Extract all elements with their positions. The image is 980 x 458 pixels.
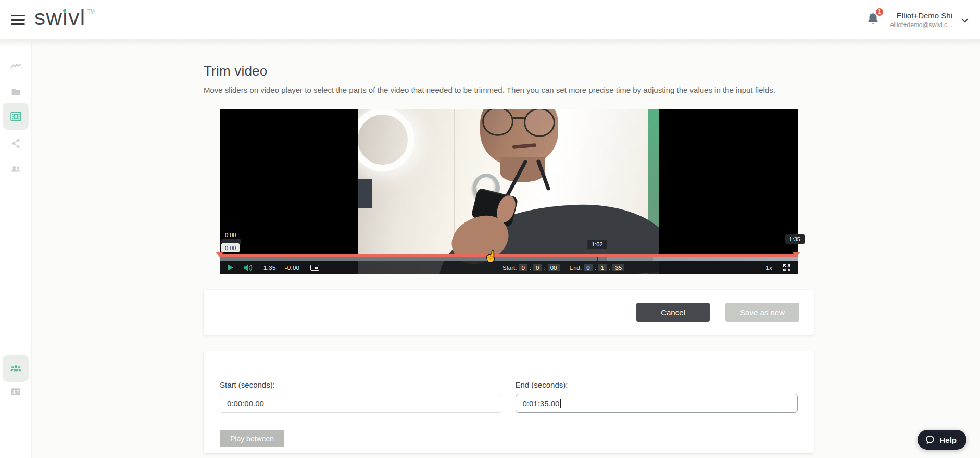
logo-tm: TM xyxy=(87,9,95,15)
player-control-bar: 1:35 -0:00 Start: 0: 0: 00 End: 0: 1: xyxy=(220,261,798,274)
chevron-down-icon[interactable] xyxy=(961,18,969,23)
sidebar-item-library[interactable] xyxy=(4,80,27,103)
top-bar: swivlTM 1 Elliot+Demo Shi elliot+demo@sw… xyxy=(0,0,980,39)
logo-i-dot xyxy=(63,9,66,13)
trim-end-hours[interactable]: 0 xyxy=(584,264,592,271)
play-button[interactable] xyxy=(228,264,233,271)
film-icon xyxy=(10,110,22,122)
user-name: Elliot+Demo Shi xyxy=(890,11,952,20)
page-description: Move sliders on video player to select t… xyxy=(204,85,814,94)
play-between-button[interactable]: Play between xyxy=(220,430,284,447)
trim-form-card: Start (seconds): 0:00:00.00 End (seconds… xyxy=(204,351,814,453)
sidebar-nav xyxy=(0,39,31,458)
chat-bubble-icon xyxy=(925,435,935,445)
current-time-tooltip: 1:02 xyxy=(587,240,607,249)
play-icon xyxy=(228,264,233,271)
help-label: Help xyxy=(939,436,957,444)
trim-start-tooltips: 0:00 0:00 xyxy=(221,232,241,252)
sidebar-item-contacts[interactable] xyxy=(4,380,27,403)
start-seconds-label: Start (seconds): xyxy=(220,380,502,389)
progress-track[interactable] xyxy=(220,257,798,261)
activity-pulse-icon xyxy=(10,60,22,72)
actions-card: Cancel Save as new xyxy=(204,290,814,335)
video-frame xyxy=(358,109,659,274)
trim-end-label: End: xyxy=(570,265,582,271)
help-button[interactable]: Help xyxy=(918,430,966,450)
app-logo: swivlTM xyxy=(34,5,93,30)
duration-text: 1:35 xyxy=(263,265,276,271)
trim-end-handle[interactable] xyxy=(792,252,800,257)
save-as-new-button[interactable]: Save as new xyxy=(725,303,799,322)
trim-end-minutes[interactable]: 1 xyxy=(598,264,607,271)
share-icon xyxy=(10,138,21,149)
end-seconds-input[interactable]: 0:01:35.00 xyxy=(516,394,798,413)
trim-start-label: Start: xyxy=(502,265,517,271)
text-caret xyxy=(560,399,561,408)
trim-end-tooltip: 1:35 xyxy=(785,234,805,244)
picture-in-picture-icon xyxy=(310,265,319,271)
seek-start-tooltip: 0:00 xyxy=(221,243,240,252)
folder-icon xyxy=(10,86,21,97)
trim-start-handle[interactable] xyxy=(216,252,224,257)
sidebar-item-activity[interactable] xyxy=(4,55,27,78)
header-right: 1 Elliot+Demo Shi elliot+demo@swivl.c... xyxy=(866,0,969,39)
notifications-button[interactable]: 1 xyxy=(866,11,882,29)
fullscreen-icon xyxy=(783,264,790,271)
volume-icon xyxy=(244,264,253,271)
user-menu[interactable]: Elliot+Demo Shi elliot+demo@swivl.c... xyxy=(890,11,952,29)
trim-start-seconds[interactable]: 00 xyxy=(548,264,560,271)
notification-badge: 1 xyxy=(875,7,884,17)
pip-button[interactable] xyxy=(310,265,319,271)
trim-end-seconds[interactable]: 35 xyxy=(612,264,624,271)
playback-speed-button[interactable]: 1x xyxy=(765,265,772,271)
contact-card-icon xyxy=(10,386,21,398)
cancel-button[interactable]: Cancel xyxy=(636,303,710,322)
end-seconds-label: End (seconds): xyxy=(516,380,798,389)
sidebar-item-share[interactable] xyxy=(4,132,27,155)
sidebar-item-people[interactable] xyxy=(4,157,27,180)
team-group-icon xyxy=(10,363,22,375)
fullscreen-button[interactable] xyxy=(783,264,790,271)
page-title: Trim video xyxy=(204,63,814,79)
seek-bar[interactable] xyxy=(220,254,798,261)
volume-button[interactable] xyxy=(244,264,253,271)
hamburger-menu-icon[interactable] xyxy=(11,15,25,25)
remaining-time-text: -0:00 xyxy=(285,265,300,271)
sidebar-item-videos[interactable] xyxy=(3,103,29,130)
video-player: 0:00 0:00 1:02 1:35 ☝ xyxy=(220,109,798,274)
current-position-tick xyxy=(597,257,598,261)
user-email: elliot+demo@swivl.c... xyxy=(890,21,952,29)
start-seconds-input[interactable]: 0:00:00.00 xyxy=(220,394,502,413)
ring-light xyxy=(358,109,414,171)
app-screen: swivlTM 1 Elliot+Demo Shi elliot+demo@sw… xyxy=(0,0,980,458)
logo-wordmark: swivl xyxy=(34,5,86,30)
people-icon xyxy=(10,163,21,175)
trim-time-inputs: Start: 0: 0: 00 End: 0: 1: 35 xyxy=(502,261,624,274)
main-content: Trim video Move sliders on video player … xyxy=(31,39,980,458)
sidebar-item-teams[interactable] xyxy=(3,355,29,382)
trim-start-hours[interactable]: 0 xyxy=(519,264,527,271)
trim-start-time-tooltip: 0:00 xyxy=(225,232,236,238)
trim-start-minutes[interactable]: 0 xyxy=(533,264,542,271)
